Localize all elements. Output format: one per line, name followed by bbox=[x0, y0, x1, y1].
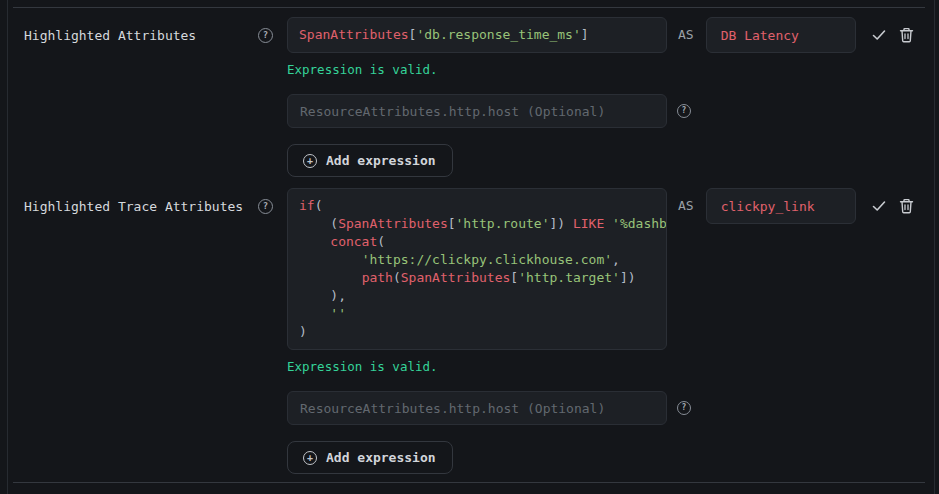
alias-input[interactable] bbox=[706, 17, 856, 53]
add-expression-button[interactable]: + Add expression bbox=[287, 144, 453, 177]
right-panel-border bbox=[934, 0, 935, 494]
plus-circle-icon: + bbox=[303, 154, 317, 168]
validation-message: Expression is valid. bbox=[287, 62, 438, 77]
code-line: ), bbox=[299, 287, 655, 305]
settings-panel: Highlighted Attributes ? SpanAttributes[… bbox=[0, 0, 939, 494]
optional-expression-row: ? bbox=[287, 391, 691, 425]
code-line: '' bbox=[299, 305, 655, 323]
code-line: concat( bbox=[299, 233, 655, 251]
expression-editor[interactable]: if( (SpanAttributes['http.route']) LIKE … bbox=[287, 188, 667, 350]
check-icon bbox=[872, 199, 886, 213]
expression-row: if( (SpanAttributes['http.route']) LIKE … bbox=[287, 188, 914, 350]
optional-expression-input[interactable] bbox=[287, 391, 667, 425]
highlighted-trace-attributes-section: Highlighted Trace Attributes ? if( (Span… bbox=[0, 188, 914, 474]
expression-row: SpanAttributes['db.response_time_ms'] AS bbox=[287, 17, 914, 53]
delete-button[interactable] bbox=[899, 188, 914, 224]
plus-circle-icon: + bbox=[303, 451, 317, 465]
bottom-divider bbox=[13, 482, 925, 483]
delete-button[interactable] bbox=[899, 17, 914, 53]
alias-input[interactable] bbox=[706, 188, 856, 224]
code-line: 'https://clickpy.clickhouse.com', bbox=[299, 251, 655, 269]
field-content: SpanAttributes['db.response_time_ms'] AS… bbox=[287, 17, 914, 177]
add-expression-label: Add expression bbox=[326, 450, 436, 465]
add-expression-button[interactable]: + Add expression bbox=[287, 441, 453, 474]
validation-message: Expression is valid. bbox=[287, 359, 438, 374]
trash-icon bbox=[899, 27, 914, 43]
as-label: AS bbox=[678, 188, 694, 224]
code-line: if( bbox=[299, 197, 655, 215]
help-icon[interactable]: ? bbox=[677, 401, 691, 415]
field-label-row: Highlighted Attributes ? bbox=[0, 17, 287, 53]
code-line: (SpanAttributes['http.route']) LIKE '%da… bbox=[299, 215, 655, 233]
code-line: SpanAttributes['db.response_time_ms'] bbox=[299, 26, 655, 44]
help-icon[interactable]: ? bbox=[677, 104, 691, 118]
top-divider bbox=[13, 7, 925, 8]
expression-editor[interactable]: SpanAttributes['db.response_time_ms'] bbox=[287, 17, 667, 53]
code-line: ) bbox=[299, 323, 655, 341]
confirm-button[interactable] bbox=[872, 17, 886, 53]
trash-icon bbox=[899, 198, 914, 214]
check-icon bbox=[872, 28, 886, 42]
as-label: AS bbox=[678, 17, 694, 53]
optional-expression-input[interactable] bbox=[287, 94, 667, 128]
optional-expression-row: ? bbox=[287, 94, 691, 128]
field-label: Highlighted Trace Attributes bbox=[24, 199, 243, 214]
code-line: path(SpanAttributes['http.target']) bbox=[299, 269, 655, 287]
confirm-button[interactable] bbox=[872, 188, 886, 224]
help-icon[interactable]: ? bbox=[258, 199, 273, 214]
help-icon[interactable]: ? bbox=[258, 28, 273, 43]
field-label-row: Highlighted Trace Attributes ? bbox=[0, 188, 287, 224]
highlighted-attributes-section: Highlighted Attributes ? SpanAttributes[… bbox=[0, 17, 914, 177]
add-expression-label: Add expression bbox=[326, 153, 436, 168]
field-label: Highlighted Attributes bbox=[24, 28, 196, 43]
field-content: if( (SpanAttributes['http.route']) LIKE … bbox=[287, 188, 914, 474]
